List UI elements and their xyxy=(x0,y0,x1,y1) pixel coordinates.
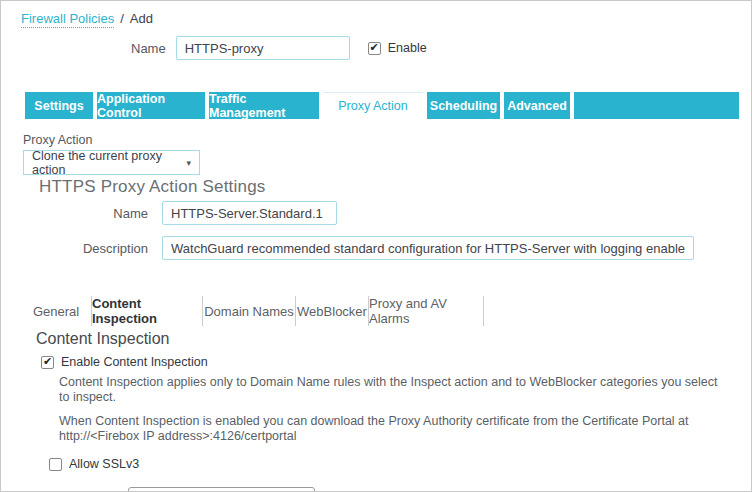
proxy-action-description-label: Description xyxy=(1,241,148,256)
caret-down-icon: ▾ xyxy=(186,158,191,168)
allow-sslv3-row: ✔ Allow SSLv3 xyxy=(49,457,139,471)
allow-sslv3-checkbox[interactable]: ✔ xyxy=(49,458,62,471)
proxy-action-name-input[interactable] xyxy=(162,201,337,225)
clone-proxy-action-select[interactable]: Clone the current proxy action ▾ xyxy=(23,150,200,175)
content-inspection-info-text-2: When Content Inspection is enabled you c… xyxy=(59,414,711,444)
content-inspection-heading: Content Inspection xyxy=(36,330,169,348)
ci-proxy-action-row: Proxy Action HTTP-Server.Standard.1 ▾ xyxy=(46,487,315,492)
proxy-action-name-label: Name xyxy=(1,206,148,221)
subtab-domain-names[interactable]: Domain Names xyxy=(203,296,296,326)
firewall-policy-add-page: Firewall Policies / Add Name ✔ Enable Se… xyxy=(0,0,752,492)
proxy-action-sub-tab-bar: General Content Inspection Domain Names … xyxy=(21,296,484,326)
enable-content-inspection-row: ✔ Enable Content Inspection xyxy=(41,355,208,369)
policy-name-row: Name ✔ Enable xyxy=(131,36,427,60)
clone-proxy-action-selected-value: Clone the current proxy action xyxy=(32,149,178,177)
checkmark-icon: ✔ xyxy=(43,356,52,367)
tab-settings[interactable]: Settings xyxy=(25,92,93,119)
breadcrumb-firewall-policies-link[interactable]: Firewall Policies xyxy=(21,11,114,28)
enable-policy-row: ✔ Enable xyxy=(368,41,427,55)
policy-name-input[interactable] xyxy=(176,36,350,60)
content-inspection-info-text-1: Content Inspection applies only to Domai… xyxy=(59,375,719,405)
main-tab-bar: Settings Application Control Traffic Man… xyxy=(25,92,739,119)
tab-advanced[interactable]: Advanced xyxy=(504,92,570,119)
subtab-general[interactable]: General xyxy=(21,296,92,326)
tab-application-control[interactable]: Application Control xyxy=(97,92,205,119)
tab-bar-filler xyxy=(574,92,739,119)
breadcrumb-current: Add xyxy=(130,11,153,26)
enable-policy-checkbox[interactable]: ✔ xyxy=(368,42,381,55)
subtab-proxy-and-av-alarms[interactable]: Proxy and AV Alarms xyxy=(369,296,484,326)
breadcrumb: Firewall Policies / Add xyxy=(21,11,153,28)
policy-name-label: Name xyxy=(131,41,166,56)
https-proxy-action-settings-heading: HTTPS Proxy Action Settings xyxy=(39,177,265,197)
tab-traffic-management[interactable]: Traffic Management xyxy=(209,92,319,119)
enable-content-inspection-checkbox[interactable]: ✔ xyxy=(41,356,54,369)
checkmark-icon: ✔ xyxy=(370,42,379,53)
proxy-action-name-row: Name xyxy=(1,201,337,225)
enable-policy-label: Enable xyxy=(388,41,427,55)
ci-proxy-action-select[interactable]: HTTP-Server.Standard.1 ▾ xyxy=(128,487,315,492)
proxy-action-description-row: Description xyxy=(1,236,694,260)
breadcrumb-separator: / xyxy=(120,11,124,26)
allow-sslv3-label: Allow SSLv3 xyxy=(69,457,139,471)
tab-proxy-action[interactable]: Proxy Action xyxy=(323,92,423,119)
proxy-action-label: Proxy Action xyxy=(23,133,92,147)
tab-scheduling[interactable]: Scheduling xyxy=(427,92,500,119)
enable-content-inspection-label: Enable Content Inspection xyxy=(61,355,208,369)
subtab-webblocker[interactable]: WebBlocker xyxy=(296,296,369,326)
subtab-content-inspection[interactable]: Content Inspection xyxy=(92,296,203,326)
proxy-action-description-input[interactable] xyxy=(162,236,694,260)
